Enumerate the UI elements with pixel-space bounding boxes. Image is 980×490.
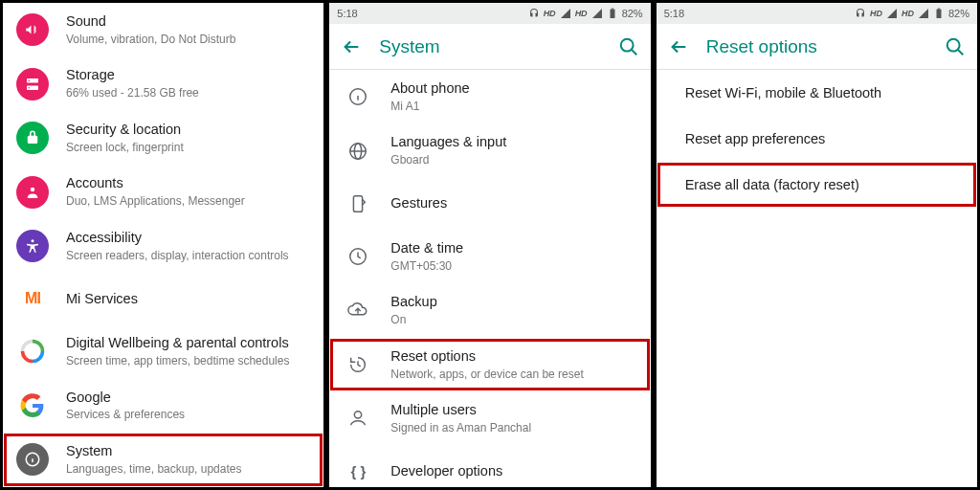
item-developer-options[interactable]: { } Developer options bbox=[329, 446, 650, 487]
battery-pct: 82% bbox=[622, 8, 643, 19]
item-reset-options[interactable]: Reset optionsNetwork, apps, or device ca… bbox=[329, 338, 650, 391]
item-sub: Mi A1 bbox=[390, 100, 469, 115]
reset-options-panel: 5:18 HD HD 82% Reset options Reset Wi-Fi… bbox=[654, 0, 980, 490]
system-list: About phoneMi A1 Languages & inputGboard… bbox=[329, 70, 650, 487]
app-bar: Reset options bbox=[657, 24, 977, 70]
sound-icon bbox=[16, 13, 49, 46]
back-icon[interactable] bbox=[341, 36, 362, 57]
svg-rect-10 bbox=[610, 10, 614, 19]
status-bar: 5:18 HD HD 82% bbox=[329, 3, 650, 24]
item-title: About phone bbox=[390, 79, 469, 98]
item-sub: Screen time, app timers, bedtime schedul… bbox=[66, 354, 289, 369]
settings-item-wellbeing[interactable]: Digital Wellbeing & parental controlsScr… bbox=[3, 324, 323, 378]
item-sub: On bbox=[390, 313, 436, 328]
item-title: Sound bbox=[66, 12, 235, 31]
page-title: Reset options bbox=[706, 36, 927, 57]
item-backup[interactable]: BackupOn bbox=[329, 283, 650, 337]
item-title: Google bbox=[66, 389, 185, 407]
status-icons: HD HD 82% bbox=[855, 8, 969, 19]
item-sub: Services & preferences bbox=[66, 408, 185, 423]
status-time: 5:18 bbox=[337, 8, 357, 19]
item-title: Reset app preferences bbox=[685, 131, 826, 146]
system-icon bbox=[16, 443, 49, 476]
search-icon[interactable] bbox=[945, 36, 966, 57]
clock-icon bbox=[343, 241, 373, 272]
battery-icon bbox=[607, 8, 618, 19]
headset-icon bbox=[528, 8, 540, 19]
item-title: Accessibility bbox=[66, 229, 289, 247]
item-date-time[interactable]: Date & timeGMT+05:30 bbox=[329, 230, 650, 283]
item-title: Languages & input bbox=[390, 133, 506, 151]
signal-icon bbox=[886, 8, 898, 19]
globe-icon bbox=[343, 136, 373, 167]
item-title: Security & location bbox=[66, 121, 184, 139]
item-title: Developer options bbox=[390, 462, 502, 480]
item-title: Erase all data (factory reset) bbox=[685, 177, 859, 192]
developer-icon: { } bbox=[343, 457, 373, 487]
battery-icon bbox=[933, 8, 945, 19]
item-title: Gestures bbox=[390, 194, 447, 212]
svg-point-2 bbox=[29, 79, 31, 81]
backup-icon bbox=[343, 296, 373, 326]
svg-rect-20 bbox=[354, 196, 363, 212]
settings-item-mi-services[interactable]: MI Mi Services bbox=[3, 273, 323, 324]
svg-point-5 bbox=[32, 239, 34, 242]
item-sub: GMT+05:30 bbox=[390, 259, 463, 275]
headset-icon bbox=[855, 8, 866, 19]
status-time: 5:18 bbox=[664, 8, 684, 19]
svg-point-25 bbox=[947, 38, 960, 51]
settings-list: SoundVolume, vibration, Do Not Disturb S… bbox=[3, 3, 323, 487]
status-bar: 5:18 HD HD 82% bbox=[657, 3, 977, 24]
item-sub: Network, apps, or device can be reset bbox=[390, 368, 583, 383]
search-icon[interactable] bbox=[618, 36, 639, 57]
item-sub: Gboard bbox=[390, 153, 506, 168]
item-factory-reset[interactable]: Erase all data (factory reset) bbox=[657, 162, 977, 208]
item-title: Reset Wi-Fi, mobile & Bluetooth bbox=[685, 85, 882, 100]
item-multiple-users[interactable]: Multiple usersSigned in as Aman Panchal bbox=[329, 391, 650, 445]
settings-item-sound[interactable]: SoundVolume, vibration, Do Not Disturb bbox=[3, 3, 323, 56]
hd-icon: HD bbox=[575, 9, 588, 18]
svg-point-12 bbox=[620, 38, 633, 51]
item-sub: Volume, vibration, Do Not Disturb bbox=[66, 33, 235, 48]
item-sub: Screen lock, fingerprint bbox=[66, 141, 184, 156]
item-sub: 66% used - 21.58 GB free bbox=[66, 86, 199, 101]
google-icon bbox=[16, 390, 49, 422]
reset-icon bbox=[343, 349, 373, 380]
mi-icon: MI bbox=[16, 282, 49, 315]
item-title: Mi Services bbox=[66, 290, 138, 308]
item-sub: Screen readers, display, interaction con… bbox=[66, 249, 289, 264]
svg-point-3 bbox=[29, 87, 31, 89]
users-icon bbox=[343, 403, 373, 434]
item-sub: Signed in as Aman Panchal bbox=[390, 421, 531, 436]
settings-item-storage[interactable]: Storage66% used - 21.58 GB free bbox=[3, 56, 323, 110]
svg-line-26 bbox=[958, 49, 964, 55]
settings-item-security[interactable]: Security & locationScreen lock, fingerpr… bbox=[3, 111, 323, 165]
svg-rect-24 bbox=[938, 9, 940, 10]
system-panel: 5:18 HD HD 82% System About phoneMi A1 L… bbox=[326, 0, 653, 490]
item-gestures[interactable]: Gestures bbox=[329, 178, 650, 230]
settings-item-accessibility[interactable]: AccessibilityScreen readers, display, in… bbox=[3, 219, 323, 273]
hd-icon: HD bbox=[544, 9, 556, 18]
settings-item-accounts[interactable]: AccountsDuo, LMS Applications, Messenger bbox=[3, 165, 323, 218]
gestures-icon bbox=[343, 189, 373, 219]
item-sub: Languages, time, backup, updates bbox=[66, 462, 241, 478]
hd-icon: HD bbox=[902, 9, 914, 18]
wellbeing-icon bbox=[16, 335, 49, 368]
settings-item-google[interactable]: GoogleServices & preferences bbox=[3, 379, 323, 433]
info-icon bbox=[343, 81, 373, 112]
item-about-phone[interactable]: About phoneMi A1 bbox=[329, 70, 650, 123]
item-reset-app-prefs[interactable]: Reset app preferences bbox=[657, 116, 977, 162]
svg-point-22 bbox=[355, 412, 362, 418]
item-sub: Duo, LMS Applications, Messenger bbox=[66, 194, 245, 210]
svg-point-4 bbox=[31, 187, 35, 191]
item-reset-network[interactable]: Reset Wi-Fi, mobile & Bluetooth bbox=[657, 70, 977, 116]
item-languages[interactable]: Languages & inputGboard bbox=[329, 123, 650, 177]
svg-rect-11 bbox=[612, 9, 613, 10]
back-icon[interactable] bbox=[668, 36, 689, 57]
signal-icon bbox=[560, 8, 571, 19]
settings-item-system[interactable]: SystemLanguages, time, backup, updates bbox=[3, 433, 323, 486]
svg-line-13 bbox=[631, 49, 636, 55]
battery-pct: 82% bbox=[948, 8, 969, 19]
item-title: Storage bbox=[66, 66, 199, 84]
item-title: Date & time bbox=[390, 239, 463, 257]
